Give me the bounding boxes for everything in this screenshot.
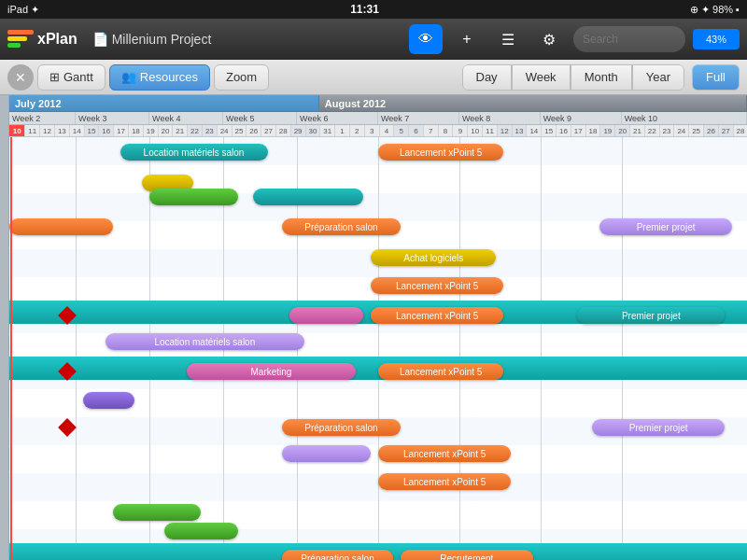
week-cell-9: Week 9: [541, 112, 622, 124]
week-cell-6: Week 6: [297, 112, 378, 124]
day-18b: 18: [586, 125, 601, 136]
status-icons: ⊕ ✦ 98% ▪: [690, 4, 740, 16]
day-25: 25: [233, 125, 247, 136]
grid-week-7: [541, 137, 542, 560]
app-name: xPlan: [37, 31, 78, 48]
bar-lavender-2[interactable]: [282, 445, 371, 462]
bar-green-3[interactable]: [164, 523, 238, 539]
year-label: Year: [646, 70, 670, 84]
day-6: 6: [409, 125, 424, 136]
grid-week-6: [459, 137, 460, 560]
day-28b: 28: [734, 125, 747, 136]
resources-view-button[interactable]: 👥 Resources: [109, 64, 210, 91]
bar-location-salon-1[interactable]: Location matériels salon: [120, 144, 268, 161]
bar-lancement-5[interactable]: Lancement xPoint 5: [378, 445, 511, 462]
bar-location-lavender[interactable]: Location matériels salon: [106, 333, 304, 350]
zoom-button[interactable]: Zoom: [214, 64, 269, 91]
bar-lancement-3[interactable]: Lancement xPoint 5: [371, 307, 503, 324]
day-21b: 21: [630, 125, 645, 136]
week-cell-2: Week 2: [9, 112, 76, 124]
grid-week-1: [76, 137, 77, 560]
year-button[interactable]: Year: [632, 64, 684, 91]
day-11: 11: [25, 125, 40, 136]
eye-button[interactable]: 👁: [409, 24, 443, 54]
bar-prep-salon-3[interactable]: Préparation salon: [282, 550, 393, 560]
bar-prep-salon-1[interactable]: Préparation salon: [282, 218, 400, 235]
day-18: 18: [129, 125, 144, 136]
zoom-label: Zoom: [226, 70, 257, 84]
bar-pink-1[interactable]: [289, 307, 363, 324]
logo-bar-2: [7, 36, 27, 41]
day-26: 26: [247, 125, 261, 136]
day-16b: 16: [557, 125, 571, 136]
day-17: 17: [114, 125, 129, 136]
day-30: 30: [306, 125, 321, 136]
day-20: 20: [159, 125, 174, 136]
day-2: 2: [350, 125, 365, 136]
day-10b: 10: [468, 125, 483, 136]
bar-lancement-1[interactable]: Lancement xPoint 5: [378, 144, 503, 161]
day-27b: 27: [719, 125, 734, 136]
search-input[interactable]: [573, 26, 685, 52]
back-button[interactable]: ✕: [7, 64, 34, 91]
full-button[interactable]: Full: [692, 64, 740, 91]
grid-week-8: [622, 137, 623, 560]
week-cell-7: Week 7: [378, 112, 459, 124]
bar-orange-left[interactable]: [9, 218, 113, 235]
month-button[interactable]: Month: [571, 64, 632, 91]
bar-lancement-4[interactable]: Lancement xPoint 5: [378, 363, 503, 380]
list-button[interactable]: ☰: [491, 24, 525, 54]
day-19b: 19: [600, 125, 615, 136]
logo-bar-1: [7, 30, 34, 35]
grid-week-5: [378, 137, 379, 560]
bar-recrutement[interactable]: Recrutement: [401, 550, 533, 560]
bar-lancement-6[interactable]: Lancement xPoint 5: [378, 473, 511, 490]
status-right: ⊕ ✦ 98% ▪: [690, 4, 740, 16]
logo-icon: [7, 30, 34, 49]
day-button[interactable]: Day: [462, 64, 512, 91]
bar-marketing-1[interactable]: Marketing: [187, 363, 357, 380]
day-21: 21: [173, 125, 188, 136]
day-13b: 13: [513, 125, 528, 136]
zoom-value: 43%: [706, 34, 726, 45]
day-15b: 15: [542, 125, 557, 136]
day-label: Day: [476, 70, 498, 84]
day-16: 16: [99, 125, 114, 136]
day-22b: 22: [645, 125, 660, 136]
ipad-label: iPad ✦: [7, 4, 39, 16]
settings-button[interactable]: ⚙: [532, 24, 566, 54]
full-label: Full: [706, 70, 726, 84]
project-name-text: Millenium Project: [112, 32, 212, 47]
bar-teal-1[interactable]: [253, 189, 364, 205]
gantt-main[interactable]: July 2012 August 2012 Week 2 Week 3 Week…: [9, 95, 747, 560]
status-time: 11:31: [350, 3, 379, 16]
bar-premier-teal[interactable]: Premier projet: [577, 307, 725, 324]
today-line: [10, 137, 12, 560]
status-bar: iPad ✦ 11:31 ⊕ ✦ 98% ▪: [0, 0, 747, 19]
day-19: 19: [144, 125, 159, 136]
bar-prep-salon-2[interactable]: Préparation salon: [282, 419, 400, 436]
month-cell-july: July 2012: [9, 95, 319, 111]
add-button[interactable]: +: [450, 24, 484, 54]
bar-premier-1[interactable]: Premier projet: [599, 218, 732, 235]
bar-green-1[interactable]: [149, 189, 238, 205]
zoom-indicator[interactable]: 43%: [693, 29, 740, 49]
chart-body[interactable]: Location matériels salon Lancement xPoin…: [9, 137, 747, 560]
day-20b: 20: [615, 125, 630, 136]
day-12b: 12: [498, 125, 513, 136]
left-sidebar: [0, 95, 9, 560]
bar-green-2[interactable]: [113, 504, 202, 521]
bar-purple-1[interactable]: [83, 392, 134, 409]
week-button[interactable]: Week: [512, 64, 571, 91]
project-name: 📄 Millenium Project: [92, 32, 212, 47]
bar-premier-2[interactable]: Premier projet: [592, 419, 725, 436]
day-31: 31: [320, 125, 335, 136]
day-14: 14: [70, 125, 85, 136]
day-27: 27: [261, 125, 276, 136]
gantt-view-button[interactable]: ⊞ Gantt: [37, 64, 106, 91]
bar-lancement-2[interactable]: Lancement xPoint 5: [371, 277, 503, 294]
month-cell-august: August 2012: [319, 95, 747, 111]
bar-achat[interactable]: Achat logiciels: [371, 249, 496, 266]
month-label: Month: [585, 70, 618, 84]
day-13: 13: [55, 125, 70, 136]
